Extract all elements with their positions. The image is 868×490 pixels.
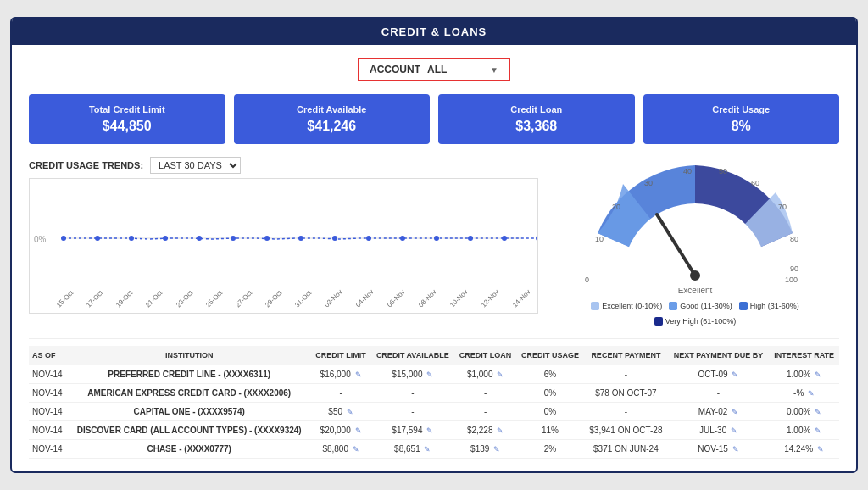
svg-point-3: [129, 236, 134, 241]
svg-text:40: 40: [683, 167, 692, 175]
legend-item-0: Excellent (0-10%): [591, 302, 662, 310]
table-cell-2-4: -: [454, 403, 516, 421]
edit-icon[interactable]: ✎: [815, 426, 821, 435]
legend-item-1: Good (11-30%): [669, 302, 732, 310]
table-cell-1-5: 0%: [516, 384, 584, 403]
table-row: NOV-14CAPITAL ONE - (XXXX9574)$50 ✎--0%-…: [29, 403, 839, 421]
line-chart: 0%: [29, 178, 538, 314]
table-cell-0-0: NOV-14: [29, 365, 68, 384]
edit-icon[interactable]: ✎: [815, 408, 821, 416]
legend-label-0: Excellent (0-10%): [602, 302, 662, 310]
table-row: NOV-14PREFERRED CREDIT LINE - (XXXX6311)…: [29, 365, 839, 384]
metric-credit-loan: Credit Loan $3,368: [438, 94, 635, 144]
table-row: NOV-14AMERICAN EXPRESS CREDIT CARD - (XX…: [29, 384, 839, 403]
legend-label-2: High (31-60%): [750, 302, 799, 310]
table-cell-3-2: $20,000 ✎: [311, 421, 371, 440]
col-header-institution: INSTITUTION: [68, 346, 311, 365]
edit-icon[interactable]: ✎: [355, 370, 362, 379]
table-cell-4-6: $371 ON JUN-24: [584, 440, 668, 459]
legend-item-3: Very High (61-100%): [654, 317, 737, 326]
edit-icon[interactable]: ✎: [815, 370, 821, 379]
svg-point-5: [197, 236, 202, 241]
edit-icon[interactable]: ✎: [426, 370, 433, 379]
metric-value-3: 8%: [652, 119, 832, 134]
metrics-row: Total Credit Limit $44,850 Credit Availa…: [29, 94, 839, 144]
metric-title-1: Credit Available: [242, 104, 422, 114]
metric-value-2: $3,368: [447, 119, 626, 134]
edit-icon[interactable]: ✎: [732, 445, 739, 454]
table-cell-4-0: NOV-14: [29, 440, 68, 459]
edit-icon[interactable]: ✎: [353, 445, 359, 454]
table-cell-1-6: $78 ON OCT-07: [584, 384, 668, 403]
table-cell-3-4: $2,228 ✎: [454, 421, 516, 440]
svg-text:20: 20: [612, 203, 620, 211]
credit-table: AS OF INSTITUTION CREDIT LIMIT CREDIT AV…: [29, 346, 839, 459]
table-cell-0-6: -: [584, 365, 668, 384]
edit-icon[interactable]: ✎: [808, 389, 815, 398]
svg-text:70: 70: [778, 203, 787, 211]
table-cell-3-8: 1.00% ✎: [769, 421, 839, 440]
metric-credit-usage: Credit Usage 8%: [643, 94, 840, 144]
gauge-svg: 0 10 20 30 40 50 60 70 80 90 100: [576, 157, 814, 288]
table-cell-4-3: $8,651 ✎: [371, 440, 455, 459]
table-cell-1-3: -: [371, 384, 455, 403]
table-cell-1-2: -: [311, 384, 371, 403]
table-body: NOV-14PREFERRED CREDIT LINE - (XXXX6311)…: [29, 365, 839, 459]
table-cell-4-5: 2%: [516, 440, 584, 459]
col-header-credit-available: CREDIT AVAILABLE: [371, 346, 455, 365]
table-cell-4-8: 14.24% ✎: [769, 440, 839, 459]
metric-title-2: Credit Loan: [447, 104, 626, 114]
edit-icon[interactable]: ✎: [497, 370, 504, 379]
table-cell-0-7: OCT-09 ✎: [668, 365, 769, 384]
edit-icon[interactable]: ✎: [497, 426, 504, 435]
svg-point-9: [332, 236, 337, 241]
metric-total-credit-limit: Total Credit Limit $44,850: [29, 94, 225, 144]
table-cell-0-1: PREFERRED CREDIT LINE - (XXXX6311): [68, 365, 311, 384]
edit-icon[interactable]: ✎: [817, 445, 824, 454]
svg-point-12: [434, 236, 439, 241]
svg-text:60: 60: [751, 179, 760, 187]
edit-icon[interactable]: ✎: [731, 426, 737, 435]
gauge-legend: Excellent (0-10%) Good (11-30%) High (31…: [551, 302, 839, 326]
table-cell-1-4: -: [454, 384, 516, 403]
edit-icon[interactable]: ✎: [355, 426, 362, 435]
trends-period-dropdown[interactable]: LAST 30 DAYS: [150, 157, 241, 174]
svg-point-14: [502, 236, 507, 241]
svg-text:0: 0: [585, 276, 589, 284]
table-cell-3-6: $3,941 ON OCT-28: [584, 421, 668, 440]
svg-point-6: [231, 236, 236, 241]
legend-color-2: [739, 302, 748, 310]
table-cell-2-2: $50 ✎: [311, 403, 371, 421]
table-cell-1-8: -% ✎: [769, 384, 839, 403]
edit-icon[interactable]: ✎: [493, 445, 500, 454]
metric-title-3: Credit Usage: [652, 104, 832, 114]
svg-text:30: 30: [644, 179, 653, 187]
col-header-credit-limit: CREDIT LIMIT: [311, 346, 371, 365]
account-selector-row: ACCOUNT ALL ▼: [29, 58, 839, 81]
page-title: CREDIT & LOANS: [381, 25, 487, 38]
table-cell-2-6: -: [584, 403, 668, 421]
col-header-credit-usage: CREDIT USAGE: [516, 346, 584, 365]
edit-icon[interactable]: ✎: [424, 445, 431, 454]
table-header: AS OF INSTITUTION CREDIT LIMIT CREDIT AV…: [29, 346, 839, 365]
svg-point-11: [400, 236, 405, 241]
table-cell-3-0: NOV-14: [29, 421, 68, 440]
edit-icon[interactable]: ✎: [426, 426, 433, 435]
table-cell-0-5: 6%: [516, 365, 584, 384]
edit-icon[interactable]: ✎: [347, 408, 353, 416]
content-area: ACCOUNT ALL ▼ Total Credit Limit $44,850…: [12, 45, 856, 471]
edit-icon[interactable]: ✎: [732, 408, 738, 416]
svg-text:50: 50: [719, 167, 727, 175]
col-header-next-payment: NEXT PAYMENT DUE BY: [668, 346, 769, 365]
table-cell-3-7: JUL-30 ✎: [668, 421, 769, 440]
svg-text:90: 90: [790, 264, 798, 273]
table-cell-2-5: 0%: [516, 403, 584, 421]
account-selector[interactable]: ACCOUNT ALL ▼: [358, 58, 510, 81]
legend-color-0: [591, 302, 599, 310]
x-axis: 15-Oct 17-Oct 19-Oct 21-Oct 23-Oct 25-Oc…: [55, 303, 533, 311]
table-cell-3-3: $17,594 ✎: [371, 421, 455, 440]
legend-color-3: [654, 317, 663, 326]
trends-label: CREDIT USAGE TRENDS:: [29, 160, 143, 170]
edit-icon[interactable]: ✎: [732, 370, 738, 379]
account-label: ACCOUNT: [370, 64, 420, 75]
